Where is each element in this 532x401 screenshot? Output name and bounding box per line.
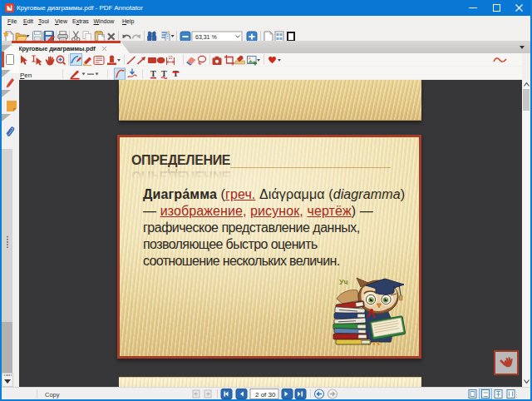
svg-text:T: T	[173, 69, 179, 78]
svg-text:63,31 %: 63,31 %	[195, 34, 217, 40]
svg-text:Уч: Уч	[339, 278, 348, 286]
svg-text:T: T	[161, 69, 167, 78]
svg-text:T: T	[150, 69, 156, 78]
svg-text:10: 10	[169, 56, 174, 60]
svg-text:2 of 30: 2 of 30	[255, 391, 276, 399]
